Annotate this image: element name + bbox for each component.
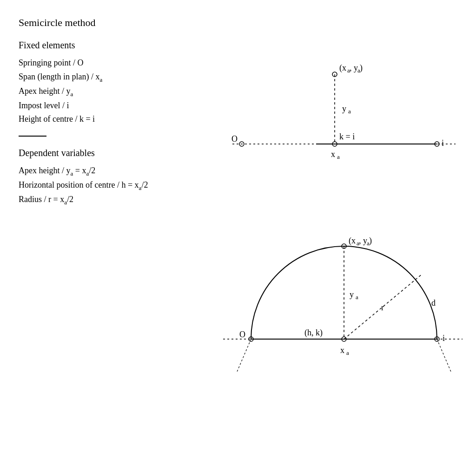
svg-text:a: a xyxy=(348,108,351,115)
svg-line-23 xyxy=(237,339,251,372)
page: Semicircle method Fixed elements Springi… xyxy=(0,0,476,471)
svg-text:i: i xyxy=(443,334,445,343)
diagram2: (x a , y a ) y a r d (h, k) x a O i xyxy=(205,237,469,395)
svg-text:r: r xyxy=(381,303,384,312)
svg-text:O: O xyxy=(231,134,238,144)
section1-heading: Fixed elements xyxy=(19,40,457,51)
svg-text:a: a xyxy=(337,153,340,160)
svg-text:): ) xyxy=(360,63,363,73)
section-divider xyxy=(19,136,46,137)
page-title: Semicircle method xyxy=(19,17,457,29)
svg-text:O: O xyxy=(239,330,245,339)
svg-text:a: a xyxy=(356,294,358,301)
svg-text:(x: (x xyxy=(339,63,346,73)
svg-text:(x: (x xyxy=(349,237,356,246)
diagram1: (x a , y a ) y a k = i x a O i xyxy=(205,51,465,190)
svg-text:, y: , y xyxy=(350,63,358,72)
svg-text:d: d xyxy=(431,298,436,307)
svg-text:y: y xyxy=(350,290,354,299)
svg-text:x: x xyxy=(340,346,344,355)
svg-text:x: x xyxy=(331,150,335,159)
svg-text:, y: , y xyxy=(359,237,367,245)
svg-text:a: a xyxy=(346,349,349,356)
svg-text:): ) xyxy=(369,237,372,246)
svg-text:y: y xyxy=(342,104,346,113)
svg-text:(h, k): (h, k) xyxy=(304,328,323,338)
svg-text:k = i: k = i xyxy=(339,132,355,141)
svg-line-24 xyxy=(437,339,451,372)
svg-text:i: i xyxy=(442,138,444,148)
